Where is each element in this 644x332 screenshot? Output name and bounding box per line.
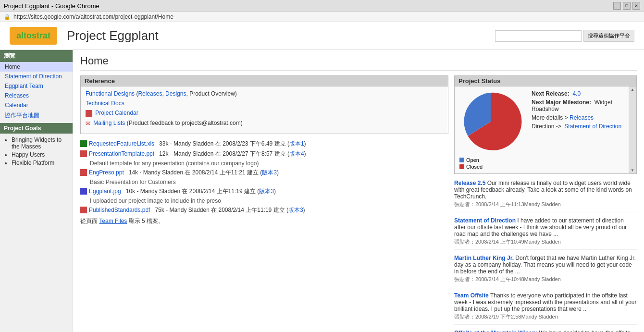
pie-chart: Open Closed (459, 90, 527, 170)
file-version-1[interactable]: 版本1 (289, 140, 304, 147)
file-icon-pdf-5 (80, 207, 87, 213)
open-dot (459, 158, 464, 162)
files-footer: 從頁面 Team Files 顯示 5 檔案。 (80, 217, 448, 225)
status-scrollbar[interactable]: ▲ ▼ (629, 86, 636, 173)
file-link-2[interactable]: PresentationTemplate.ppt (89, 150, 154, 157)
status-info: Next Release: 4.0 Next Major Milestone: … (532, 90, 624, 170)
main-container: 瀏覽 Home Statement of Direction Eggplant … (0, 50, 644, 332)
goal-3: Flexible Platform (12, 160, 68, 166)
file-info-1: RequestedFeatureList.xls 33k - Mandy Sla… (89, 140, 306, 148)
legend-open: Open (459, 157, 527, 163)
sidebar-item-team[interactable]: Eggplant Team (0, 81, 73, 91)
next-release-link[interactable]: 4.0 (572, 90, 581, 97)
file-link-3[interactable]: EngPreso.ppt (89, 169, 124, 176)
closed-dot (459, 164, 464, 169)
file-info-3: EngPreso.ppt 14k - Mandy Sladden 在 2008/… (89, 169, 279, 177)
direction-link[interactable]: Statement of Direction (564, 123, 621, 130)
file-desc-4: I uploaded our project image to include … (80, 197, 448, 204)
file-row-2: PresentationTemplate.ppt 12k - Mandy Sla… (80, 150, 448, 158)
post-item-2: Statement of Direction I have added to o… (454, 217, 637, 250)
next-release-label: Next Release: (532, 90, 570, 97)
releases-details-link[interactable]: Releases (570, 114, 594, 121)
logo[interactable]: altostrat (10, 27, 57, 45)
right-column: Project Status (454, 75, 637, 332)
file-version-5[interactable]: 版本3 (288, 207, 303, 213)
post-title-5[interactable]: Offsite at the Mountain Winery (454, 330, 537, 332)
project-status-title: Project Status (455, 76, 636, 86)
file-row-4: Eggplant.jpg 10k - Mandy Sladden 在 2008/… (80, 187, 448, 196)
sidebar-item-calendar[interactable]: Calendar (0, 100, 73, 110)
lock-icon: 🔒 (4, 14, 11, 20)
file-desc-3: Basic Presentation for Customers (80, 179, 448, 185)
posts-section: Release 2.5 Our mini release is finally … (454, 180, 637, 332)
browser-titlebar: Project Eggplant - Google Chrome — □ ✕ (0, 0, 644, 12)
releases-link[interactable]: Releases (138, 90, 162, 97)
file-desc-2: Default template for any presentation (c… (80, 160, 448, 167)
calendar-icon (86, 110, 92, 117)
post-title-4[interactable]: Team Offsite (454, 292, 489, 299)
file-row-3: EngPreso.ppt 14k - Mandy Sladden 在 2008/… (80, 169, 448, 177)
file-icon-xls-1 (80, 140, 87, 147)
pie-legend: Open Closed (459, 157, 527, 170)
sidebar-item-home[interactable]: Home (0, 62, 73, 72)
post-item-1: Release 2.5 Our mini release is finally … (454, 180, 637, 212)
team-files-link[interactable]: Team Files (99, 218, 127, 224)
reference-title: Reference (81, 76, 448, 86)
post-title-1[interactable]: Release 2.5 (454, 180, 485, 186)
file-version-3[interactable]: 版本3 (262, 169, 277, 176)
header-search: 搜尋這個協作平台 (495, 30, 634, 42)
next-milestone-label: Next Major Milestone: (532, 99, 591, 106)
designs-link[interactable]: Designs (165, 90, 186, 97)
close-button[interactable]: ✕ (632, 2, 640, 10)
next-milestone-line: Next Major Milestone: Widget Roadshow (532, 99, 624, 112)
file-version-4[interactable]: 版本3 (259, 188, 274, 195)
closed-label: Closed (466, 164, 483, 170)
goal-2: Happy Users (12, 151, 68, 158)
file-row-1: RequestedFeatureList.xls 33k - Mandy Sla… (80, 140, 448, 148)
content-area: Home Reference Functional Designs (Relea… (73, 50, 644, 332)
post-meta-3: 張貼者：2008/2/14 上午10:48Mandy Sladden (454, 276, 637, 283)
file-info-2: PresentationTemplate.ppt 12k - Mandy Sla… (89, 150, 306, 158)
functional-designs-link[interactable]: Functional Designs (86, 90, 135, 97)
file-version-2[interactable]: 版本4 (289, 150, 304, 157)
mailing-line: ✉ Mailing Lists (Product feedback to pro… (86, 120, 443, 127)
direction-label: Direction -> (532, 123, 561, 130)
page-title: Home (80, 55, 637, 71)
sidebar-browse-title: 瀏覽 (0, 50, 73, 62)
project-status-box: Project Status (454, 75, 637, 174)
gmail-icon: ✉ (86, 120, 90, 127)
file-row-5: PublishedStandards.pdf 75k - Mandy Sladd… (80, 206, 448, 214)
page-header: altostrat Project Eggplant 搜尋這個協作平台 (0, 22, 644, 50)
address-bar: 🔒 https://sites.google.com/a/altostrat.c… (0, 12, 644, 22)
sidebar-goals-title: Project Goals (0, 123, 73, 134)
search-input[interactable] (495, 30, 582, 42)
sidebar: 瀏覽 Home Statement of Direction Eggplant … (0, 50, 73, 332)
legend-closed: Closed (459, 164, 527, 170)
sidebar-item-statement[interactable]: Statement of Direction (0, 72, 73, 81)
technical-docs-link[interactable]: Technical Docs (86, 100, 124, 107)
mailing-lists-link[interactable]: Mailing Lists (93, 120, 125, 126)
post-title-3[interactable]: Martin Luther King Jr. (454, 255, 514, 261)
file-link-1[interactable]: RequestedFeatureList.xls (89, 140, 154, 147)
scroll-down[interactable]: ▼ (631, 168, 634, 172)
search-button[interactable]: 搜尋這個協作平台 (583, 30, 634, 42)
sidebar-item-sitemap[interactable]: 協作平台地圖 (0, 110, 73, 121)
file-info-4: Eggplant.jpg 10k - Mandy Sladden 在 2008/… (89, 187, 276, 196)
reference-box: Reference Functional Designs (Releases, … (80, 75, 448, 134)
minimize-button[interactable]: — (613, 2, 621, 10)
two-col-layout: Reference Functional Designs (Releases, … (80, 75, 637, 332)
status-content: Open Closed (455, 86, 629, 173)
browser-controls[interactable]: — □ ✕ (613, 2, 640, 10)
left-column: Reference Functional Designs (Releases, … (80, 75, 448, 332)
sidebar-item-releases[interactable]: Releases (0, 91, 73, 100)
file-link-5[interactable]: PublishedStandards.pdf (89, 207, 150, 213)
file-link-4[interactable]: Eggplant.jpg (89, 188, 121, 195)
post-title-2[interactable]: Statement of Direction (454, 217, 516, 224)
technical-docs-line: Technical Docs (86, 100, 443, 107)
project-calendar-link[interactable]: Project Calendar (95, 110, 138, 116)
pie-chart-svg (459, 90, 522, 153)
goal-1: Bringing Widgets to the Masses (12, 136, 68, 150)
scroll-up[interactable]: ▲ (631, 87, 634, 92)
file-icon-ppt-3 (80, 169, 87, 176)
maximize-button[interactable]: □ (623, 2, 631, 10)
